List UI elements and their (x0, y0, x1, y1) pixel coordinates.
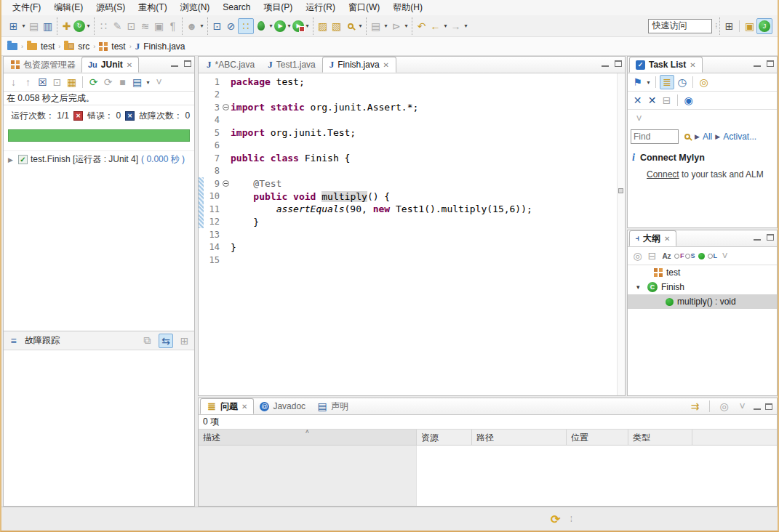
sync-icon[interactable]: ⟳ (551, 512, 560, 526)
editor-tab-0[interactable]: J*ABC.java (200, 57, 261, 73)
find-search-icon[interactable] (684, 134, 690, 140)
console-icon[interactable]: ⊡ (210, 19, 224, 33)
code-line-4[interactable]: 4 (199, 114, 625, 127)
bottom-focus-icon[interactable]: ◎ (717, 399, 731, 414)
code-line-1[interactable]: 1package test; (199, 76, 625, 89)
menu-item-9[interactable]: 帮助(H) (386, 0, 429, 15)
debug-dropdown-icon[interactable]: ▾ (268, 23, 274, 29)
keys-toggle-icon[interactable]: ∷ (238, 18, 254, 34)
menu-item-1[interactable]: 编辑(E) (47, 0, 89, 15)
save-all-icon[interactable]: ▥ (41, 19, 55, 33)
maximize-icon[interactable] (767, 60, 774, 67)
tab-junit[interactable]: Ju JUnit ✕ (81, 57, 139, 73)
breadcrumb-item-1[interactable]: test (27, 41, 55, 52)
link-with-editor-icon[interactable]: ⇉ (688, 399, 702, 414)
maximize-icon[interactable] (615, 60, 622, 67)
expand-icon[interactable]: ▶ (8, 156, 15, 164)
all-link[interactable]: All (703, 132, 712, 142)
minimize-icon[interactable] (602, 60, 609, 67)
breadcrumb-item-2[interactable]: src (64, 41, 89, 52)
minimize-icon[interactable] (754, 234, 761, 241)
column-header-0[interactable]: ˄描述 (199, 430, 417, 445)
code-line-15[interactable]: 15 (199, 254, 625, 267)
minimize-icon[interactable] (754, 60, 761, 67)
breadcrumb-item-3[interactable]: test (99, 41, 125, 52)
new-dropdown-icon[interactable]: ▾ (20, 23, 27, 29)
view-menu-icon[interactable]: ˅ (152, 75, 166, 89)
outline-collapse-all-icon[interactable]: ⊟ (645, 249, 659, 263)
run-icon[interactable] (274, 20, 286, 32)
overview-ruler[interactable] (617, 73, 625, 395)
javaee-perspective-icon[interactable]: ▣ (743, 19, 756, 33)
previous-failure-icon[interactable]: ↑ (21, 75, 35, 89)
activate-arrow-icon[interactable]: ▶ (715, 133, 720, 140)
fold-marker-icon[interactable] (223, 180, 229, 187)
skip-breakpoints-icon[interactable]: ⊘ (224, 19, 238, 33)
close-icon[interactable]: ✕ (127, 61, 132, 69)
scroll-lock-icon[interactable]: ⊡ (50, 75, 64, 89)
menu-item-7[interactable]: 运行(R) (299, 0, 342, 15)
history-dropdown-icon[interactable]: ▾ (145, 79, 151, 86)
tab-javadoc[interactable]: @Javadoc (254, 398, 311, 414)
run-dropdown-icon[interactable]: ▾ (286, 23, 292, 29)
minimize-icon[interactable] (171, 60, 178, 67)
column-header-2[interactable]: 路径 (472, 430, 567, 445)
open-task-icon[interactable]: ▨ (316, 19, 329, 33)
working-set-chevron-icon[interactable]: ˅ (632, 111, 646, 126)
column-header-4[interactable]: 类型 (628, 430, 692, 445)
code-line-9[interactable]: 9 @Test (199, 177, 625, 190)
new-task-dropdown-icon[interactable]: ▾ (645, 79, 652, 86)
maximize-icon[interactable] (765, 403, 772, 410)
menu-item-0[interactable]: 文件(F) (6, 0, 47, 15)
tab-problems[interactable]: ≣问题✕ (200, 398, 254, 414)
hide-local-types-icon[interactable]: L (708, 252, 718, 259)
maximize-icon[interactable] (767, 234, 774, 241)
code-line-7[interactable]: 7public class Finish { (199, 152, 625, 165)
user-dropdown-icon[interactable]: ▾ (199, 23, 205, 29)
test-history-icon[interactable]: ▤ (130, 75, 144, 89)
open-element-icon[interactable]: ▧ (329, 19, 343, 33)
my-tasks-icon[interactable]: ✕ (645, 93, 659, 108)
bottom-view-menu-icon[interactable]: ˅ (735, 399, 749, 414)
find-input[interactable] (631, 129, 679, 144)
tab-declaration[interactable]: ▤声明 (311, 398, 354, 414)
user-icon[interactable]: ☻ (185, 19, 199, 33)
trace-copy-icon[interactable]: ⊞ (177, 334, 191, 348)
close-icon[interactable]: ✕ (241, 403, 247, 411)
refresh-dropdown-icon[interactable]: ▾ (85, 23, 92, 29)
next-failure-icon[interactable]: ↓ (7, 75, 20, 89)
code-editor[interactable]: 1package test;23import static org.junit.… (199, 73, 625, 395)
connect-link[interactable]: Connect (647, 169, 679, 180)
java-perspective-icon[interactable]: J (756, 18, 772, 34)
menu-item-8[interactable]: 窗口(W) (342, 0, 386, 15)
hide-fields-icon[interactable]: F (674, 252, 684, 259)
code-line-3[interactable]: 3import static org.junit.Assert.*; (199, 101, 625, 114)
search-icon[interactable] (343, 19, 357, 33)
hide-completed-icon[interactable]: ✕ (631, 93, 644, 108)
code-line-6[interactable]: 6 (199, 140, 625, 153)
code-line-5[interactable]: 5import org.junit.Test; (199, 126, 625, 140)
tab-task-list[interactable]: ✓ Task List ✕ (629, 57, 703, 73)
column-header-1[interactable]: 资源 (417, 430, 472, 445)
code-line-13[interactable]: 13 (199, 228, 625, 241)
failures-only-icon[interactable]: ☒ (36, 75, 49, 89)
refresh-icon[interactable]: ↻ (73, 20, 85, 32)
categorized-view-icon[interactable]: ≣ (660, 75, 674, 89)
tab-package-explorer[interactable]: 包资源管理器 (5, 57, 81, 73)
junit-test-item[interactable]: ▶ ✓ test.Finish [运行器 : JUnit 4] ( 0.000 … (4, 150, 194, 168)
fold-marker-icon[interactable] (223, 104, 229, 110)
back-dropdown-icon[interactable]: ▾ (442, 23, 449, 29)
close-icon[interactable]: ✕ (664, 235, 670, 243)
test-hierarchy-icon[interactable]: ▦ (65, 75, 79, 89)
show-whitespace-icon[interactable]: ¶ (166, 19, 180, 33)
collapse-all-icon[interactable]: ⊟ (660, 93, 674, 108)
menu-item-2[interactable]: 源码(S) (89, 0, 132, 15)
back-icon[interactable]: ← (428, 19, 442, 33)
occurrence-marker[interactable] (618, 188, 623, 193)
activate-link[interactable]: Activat... (723, 132, 756, 142)
hide-non-public-icon[interactable] (698, 253, 705, 259)
breadcrumb-item-4[interactable]: JFinish.java (135, 41, 185, 52)
open-perspective-icon[interactable]: ⊞ (722, 19, 736, 33)
code-line-14[interactable]: 14} (199, 241, 625, 254)
outline-item-1[interactable]: ▾CFinish (628, 280, 777, 294)
